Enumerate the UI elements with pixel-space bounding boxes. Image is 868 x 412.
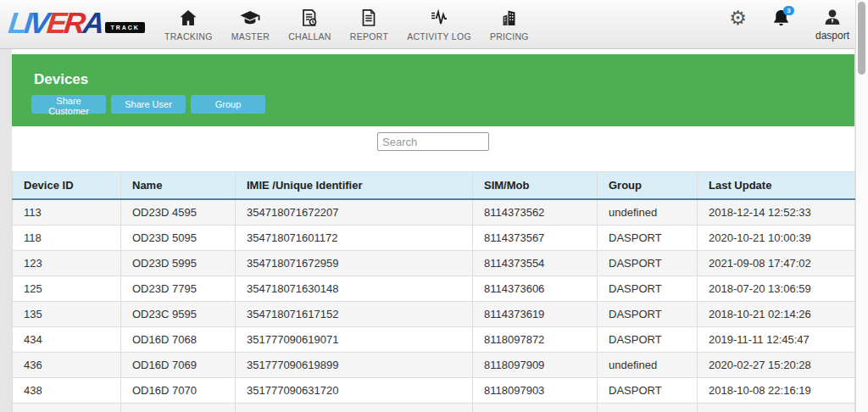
settings-gear-icon[interactable]: ⚙ (729, 8, 747, 28)
building-icon (499, 7, 520, 29)
user-avatar-icon (822, 8, 843, 28)
table-row[interactable]: 118OD23D 50953547180716011728114373567DA… (13, 225, 855, 251)
table-cell: DASPORT (598, 276, 698, 302)
nav-label: MASTER (231, 31, 270, 42)
table-cell: OD23C 9595 (121, 302, 236, 327)
table-cell: DASPORT (598, 378, 698, 404)
nav-label: TRACKING (164, 31, 213, 42)
table-cell: OD16D 7068 (121, 327, 236, 353)
logo-letters: LIVERA (7, 3, 104, 42)
search-row (12, 132, 854, 151)
table-cell: 351777090631720 (236, 378, 473, 404)
nav-item-pricing[interactable]: PRICING (481, 7, 538, 42)
table-cell: 351777090619916 (236, 404, 473, 412)
nav-label: REPORT (350, 31, 388, 42)
table-row[interactable]: 438OD16D 70703517770906317208118097903DA… (13, 378, 855, 404)
table-cell: OD16D 7070 (121, 378, 236, 404)
table-cell: 2018-10-08 22:16:19 (698, 378, 855, 404)
table-cell: 8114373619 (473, 302, 598, 327)
devices-banner: Devices Share Customer Share User Group (12, 54, 854, 126)
page: LIVERA TRACK TRACKING MAS (0, 0, 868, 412)
col-device-id[interactable]: Device ID (13, 172, 121, 200)
table-cell: 2019-11-11 12:45:47 (698, 327, 855, 353)
search-input[interactable] (377, 132, 489, 151)
table-cell: 8114373554 (473, 251, 598, 276)
table-cell: 8118097903 (473, 378, 598, 404)
activity-pulse-icon (428, 7, 450, 29)
nav-item-challan[interactable]: CHALLAN (279, 7, 341, 42)
col-name[interactable]: Name (121, 172, 236, 200)
table-cell: DASPORT (598, 251, 698, 276)
table-row[interactable]: 436OD16D 70693517770906198998118097909un… (13, 353, 855, 378)
nav-label: CHALLAN (288, 31, 331, 42)
user-menu[interactable]: dasport (815, 8, 849, 42)
table-cell: 434 (13, 327, 121, 353)
table-cell: DASPORT (598, 404, 698, 412)
col-imie[interactable]: IMIE /Unique Identifier (236, 172, 473, 200)
table-cell: 438 (13, 378, 121, 404)
table-cell: 113 (13, 199, 121, 225)
table-cell: 354718071630148 (236, 276, 473, 302)
table-cell: 2021-10-03 10:07:10 (698, 404, 855, 412)
table-row[interactable]: 123OD23D 59953547180716729598114373554DA… (13, 251, 855, 276)
table-cell: DASPORT (598, 302, 698, 327)
share-user-button[interactable]: Share User (111, 95, 186, 114)
table-cell: 354718071601172 (236, 225, 473, 251)
devices-table-wrap: Device ID Name IMIE /Unique Identifier S… (12, 171, 854, 412)
nav-item-report[interactable]: REPORT (341, 7, 398, 42)
table-cell: undefined (598, 353, 698, 378)
table-cell: DASPORT (598, 327, 698, 353)
table-cell: 2018-10-21 02:14:26 (698, 302, 855, 327)
home-icon (178, 7, 198, 29)
group-button[interactable]: Group (191, 95, 265, 114)
top-navigation-bar: LIVERA TRACK TRACKING MAS (0, 0, 868, 49)
table-cell: 2018-12-14 12:52:33 (698, 199, 855, 225)
nav-item-activity-log[interactable]: ACTIVITY LOG (398, 7, 481, 42)
document-icon (359, 7, 379, 29)
nav-item-tracking[interactable]: TRACKING (155, 7, 222, 42)
nav-label: ACTIVITY LOG (407, 31, 471, 42)
table-cell: OD16D 7069 (121, 353, 236, 378)
table-cell: 2018-07-20 13:06:59 (698, 276, 855, 302)
col-group[interactable]: Group (598, 172, 698, 200)
main-nav: TRACKING MASTER (155, 0, 538, 48)
username-label: dasport (815, 30, 849, 42)
table-cell: OD23D 5095 (121, 225, 236, 251)
table-cell: 436 (13, 353, 121, 378)
table-cell: undefined (598, 199, 698, 225)
page-title: Devices (34, 71, 854, 88)
col-sim[interactable]: SIM/Mob (473, 172, 598, 200)
table-header-row: Device ID Name IMIE /Unique Identifier S… (13, 172, 855, 200)
table-cell: 8114373606 (473, 276, 598, 302)
logo-track-badge: TRACK (105, 22, 145, 33)
col-last-update[interactable]: Last Update (698, 172, 855, 200)
table-cell: OD16D 7071 (121, 404, 236, 412)
table-cell: 351777090619071 (236, 327, 473, 353)
graduation-cap-icon (239, 7, 261, 29)
table-cell: 8118097909 (473, 353, 598, 378)
top-right-controls: ⚙ 3 dasport (729, 0, 849, 56)
table-row[interactable]: 125OD23D 77953547180716301488114373606DA… (13, 276, 855, 302)
content-card: Devices Share Customer Share User Group … (12, 48, 854, 412)
table-cell: 354718071672207 (236, 199, 473, 225)
table-cell: 439 (13, 404, 121, 412)
table-cell: OD23D 4595 (121, 199, 236, 225)
scrollbar-thumb[interactable] (858, 2, 865, 75)
nav-item-master[interactable]: MASTER (222, 7, 280, 42)
vertical-scrollbar[interactable] (855, 0, 868, 412)
livera-track-logo[interactable]: LIVERA TRACK (8, 3, 145, 42)
table-cell: 8118097899 (473, 404, 598, 412)
table-cell: 354718071672959 (236, 251, 473, 276)
devices-table: Device ID Name IMIE /Unique Identifier S… (12, 171, 855, 412)
table-row[interactable]: 439OD16D 70713517770906199168118097899DA… (13, 404, 855, 412)
notifications-bell[interactable]: 3 (772, 8, 790, 28)
table-cell: OD23D 5995 (121, 251, 236, 276)
table-cell: 118 (13, 225, 121, 251)
nav-label: PRICING (490, 31, 529, 42)
table-row[interactable]: 113OD23D 45953547180716722078114373562un… (13, 199, 855, 225)
table-cell: 2020-10-21 10:00:39 (698, 225, 855, 251)
share-customer-button[interactable]: Share Customer (31, 95, 106, 114)
table-row[interactable]: 434OD16D 70683517770906190718118097872DA… (13, 327, 855, 353)
table-cell: 354718071617152 (236, 302, 473, 327)
table-row[interactable]: 135OD23C 95953547180716171528114373619DA… (13, 302, 855, 327)
